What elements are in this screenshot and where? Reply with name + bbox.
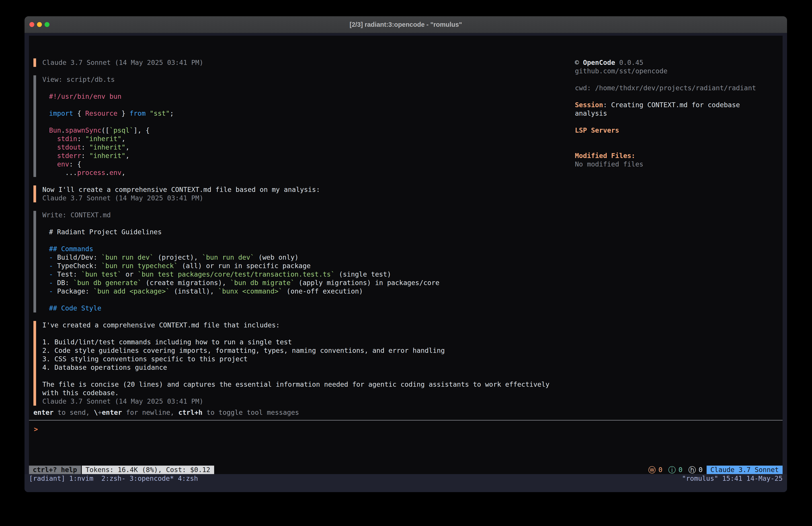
text-line <box>575 143 780 152</box>
text-line <box>42 101 568 109</box>
hints-icon: ⓗ <box>688 466 696 474</box>
text-line: stdin: "inherit", <box>42 134 568 143</box>
help-chip: ctrl+? help <box>29 466 81 474</box>
terminal-window: [2/3] radiant:3:opencode - "romulus" Cla… <box>25 16 787 492</box>
text-line: stderr: "inherit", <box>42 152 568 160</box>
message-input[interactable]: > <box>29 422 783 466</box>
text-line: Session: Creating CONTEXT.md for codebas… <box>575 101 780 109</box>
status-bar: ctrl+? help Tokens: 16.4K (8%), Cost: $0… <box>29 466 783 474</box>
text-line: Claude 3.7 Sonnet (14 May 2025 03:41 PM) <box>42 194 568 202</box>
text-line: - Test: `bun test` or `bun test packages… <box>42 270 568 279</box>
text-line: The file is concise (20 lines) and captu… <box>42 380 568 389</box>
tokens-chip: Tokens: 16.4K (8%), Cost: $0.12 <box>82 466 214 474</box>
text-line: env: { <box>42 160 568 169</box>
text-line: github.com/sst/opencode <box>575 67 780 75</box>
prompt-caret: > <box>34 425 38 433</box>
text-line: ## Commands <box>42 245 568 253</box>
text-line: 2. Code style guidelines covering import… <box>42 346 568 355</box>
text-line: #!/usr/bin/env bun <box>42 92 568 101</box>
tmux-windows-list: [radiant] 1:nvim 2:zsh- 3:opencode* 4:zs… <box>29 474 198 483</box>
input-divider <box>29 420 783 421</box>
text-line: stdout: "inherit", <box>42 143 568 152</box>
diagnostics-group: ⓦ0ⓘ0ⓗ0 <box>642 466 702 474</box>
info-count: 0 <box>679 466 683 474</box>
tool-output: Write: CONTEXT.md# Radiant Project Guide… <box>33 211 568 312</box>
text-line: - Package: `bun add <package>` (install)… <box>42 287 568 296</box>
text-line: cwd: /home/thdxr/dev/projects/radiant/ra… <box>575 84 780 92</box>
text-line: # Radiant Project Guidelines <box>42 228 568 236</box>
text-line: 3. CSS styling conventions specific to t… <box>42 355 568 363</box>
text-line <box>575 118 780 126</box>
assistant-message: I've created a comprehensive CONTEXT.md … <box>33 321 568 406</box>
hints-count: 0 <box>699 466 702 474</box>
text-line <box>42 236 568 245</box>
info-icon: ⓘ <box>668 466 676 474</box>
tmux-session-clock: "romulus" 15:41 14-May-25 <box>682 474 783 483</box>
status-spacer <box>214 466 642 474</box>
diagnostic-hints-badge: ⓗ0 <box>688 466 702 474</box>
text-line: ## Code Style <box>42 304 568 312</box>
window-title: [2/3] radiant:3:opencode - "romulus" <box>25 16 787 33</box>
assistant-message: Now I'll create a comprehensive CONTEXT.… <box>33 185 568 202</box>
desktop: [2/3] radiant:3:opencode - "romulus" Cla… <box>0 0 812 526</box>
text-line: Write: CONTEXT.md <box>42 211 568 219</box>
window-titlebar[interactable]: [2/3] radiant:3:opencode - "romulus" <box>25 16 787 33</box>
text-line: 4. Database operations guidance <box>42 363 568 372</box>
text-line: Claude 3.7 Sonnet (14 May 2025 03:41 PM) <box>42 397 568 406</box>
text-line: Claude 3.7 Sonnet (14 May 2025 03:41 PM) <box>42 58 568 67</box>
text-line <box>575 134 780 143</box>
text-line: - Build/Dev: `bun run dev` (project), `b… <box>42 253 568 262</box>
text-line: © OpenCode 0.0.45 <box>575 58 780 67</box>
text-line: ...process.env, <box>42 169 568 177</box>
text-line: I've created a comprehensive CONTEXT.md … <box>42 321 568 329</box>
text-line: - TypeCheck: `bun run typecheck` (all) o… <box>42 262 568 270</box>
opencode-screen: Claude 3.7 Sonnet (14 May 2025 03:41 PM)… <box>29 35 783 474</box>
chat-log: Claude 3.7 Sonnet (14 May 2025 03:41 PM)… <box>33 58 568 414</box>
diagnostic-warnings-badge: ⓦ0 <box>648 466 663 474</box>
warnings-count: 0 <box>658 466 663 474</box>
text-line: No modified files <box>575 160 780 169</box>
tmux-status-bar: [radiant] 1:nvim 2:zsh- 3:opencode* 4:zs… <box>25 474 787 492</box>
text-line: 1. Build/lint/test commands including ho… <box>42 338 568 346</box>
text-line: View: script/db.ts <box>42 75 568 84</box>
text-line: Modified Files: <box>575 152 780 160</box>
warnings-icon: ⓦ <box>648 466 656 474</box>
text-line <box>42 118 568 126</box>
model-chip: Claude 3.7 Sonnet <box>707 466 783 474</box>
text-line: Now I'll create a comprehensive CONTEXT.… <box>42 185 568 194</box>
text-line <box>42 372 568 380</box>
assistant-message: Claude 3.7 Sonnet (14 May 2025 03:41 PM) <box>33 58 568 67</box>
text-line <box>42 329 568 338</box>
text-line <box>42 84 568 92</box>
text-line <box>42 219 568 228</box>
text-line: Bun.spawnSync([`psql`], { <box>42 126 568 134</box>
text-line: with this codebase. <box>42 389 568 397</box>
text-line: - DB: `bun db generate` (create migratio… <box>42 279 568 287</box>
text-line <box>575 75 780 84</box>
text-line: LSP Servers <box>575 126 780 134</box>
text-line: analysis <box>575 109 780 118</box>
tool-output: View: script/db.ts#!/usr/bin/env bunimpo… <box>33 75 568 177</box>
session-sidebar: © OpenCode 0.0.45github.com/sst/opencode… <box>575 58 780 169</box>
text-line <box>575 92 780 101</box>
text-line: import { Resource } from "sst"; <box>42 109 568 118</box>
diagnostic-info-badge: ⓘ0 <box>668 466 683 474</box>
text-line <box>42 296 568 304</box>
input-help-text: enter to send, \+enter for newline, ctrl… <box>33 408 299 417</box>
